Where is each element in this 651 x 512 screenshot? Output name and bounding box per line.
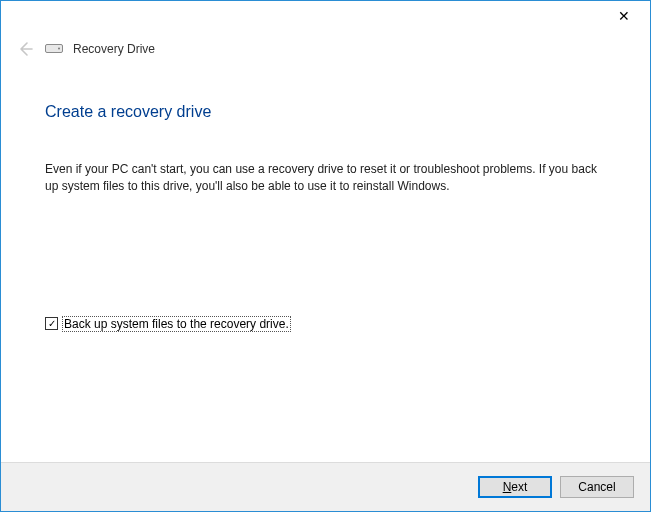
- next-accel: N: [503, 480, 512, 494]
- page-heading: Create a recovery drive: [45, 103, 606, 121]
- cancel-button[interactable]: Cancel: [560, 476, 634, 498]
- check-icon: ✓: [48, 319, 56, 329]
- content-area: Create a recovery drive Even if your PC …: [1, 59, 650, 462]
- dialog-footer: Next Cancel: [1, 462, 650, 511]
- backup-checkbox[interactable]: ✓: [45, 317, 58, 330]
- close-icon: ✕: [618, 8, 630, 24]
- titlebar: ✕: [1, 1, 650, 31]
- close-button[interactable]: ✕: [604, 3, 644, 29]
- backup-checkbox-label[interactable]: Back up system files to the recovery dri…: [62, 316, 291, 332]
- wizard-title: Recovery Drive: [73, 42, 155, 56]
- next-button[interactable]: Next: [478, 476, 552, 498]
- svg-point-1: [58, 48, 60, 50]
- page-description: Even if your PC can't start, you can use…: [45, 161, 605, 196]
- header-row: Recovery Drive: [1, 31, 650, 59]
- next-rest: ext: [511, 480, 527, 494]
- dialog-window: ✕ Recovery Drive Create a recovery drive…: [0, 0, 651, 512]
- backup-option-row: ✓ Back up system files to the recovery d…: [45, 316, 606, 332]
- drive-icon: [45, 43, 63, 55]
- back-arrow-icon: [16, 40, 34, 58]
- back-button[interactable]: [15, 39, 35, 59]
